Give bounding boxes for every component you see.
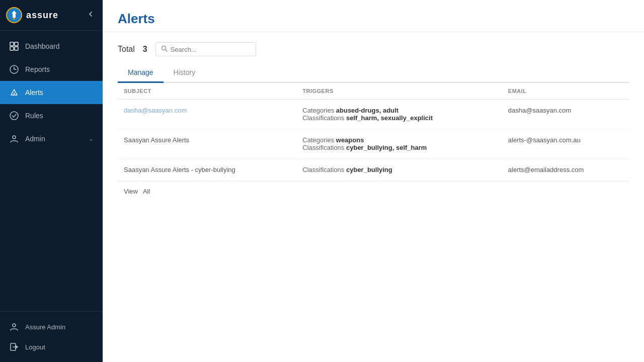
total-label: Total — [118, 45, 135, 54]
sidebar-item-user[interactable]: Assure Admin — [0, 317, 103, 337]
sidebar: assure Dashboard — [0, 0, 103, 362]
logout-icon — [9, 342, 19, 352]
collapse-button[interactable] — [85, 8, 97, 22]
total-row: Total 3 — [118, 42, 629, 56]
reports-icon — [9, 64, 19, 74]
col-triggers: TRIGGERS — [296, 83, 502, 100]
sidebar-label-dashboard: Dashboard — [25, 42, 60, 50]
svg-point-7 — [14, 94, 14, 95]
tabs: Manage History — [118, 63, 629, 83]
sidebar-label-alerts: Alerts — [25, 88, 43, 97]
svg-point-1 — [13, 18, 15, 20]
sidebar-item-reports[interactable]: Reports — [0, 58, 103, 81]
svg-rect-3 — [15, 42, 18, 46]
sidebar-item-dashboard[interactable]: Dashboard — [0, 35, 103, 58]
main-content: Alerts Total 3 Manage History — [103, 0, 644, 362]
view-all-link[interactable]: All — [143, 188, 150, 195]
sidebar-logout-label: Logout — [25, 343, 45, 351]
svg-rect-5 — [15, 47, 18, 50]
svg-rect-2 — [10, 42, 14, 46]
sidebar-item-admin[interactable]: Admin ⌄ — [0, 127, 103, 150]
svg-point-10 — [13, 324, 16, 327]
sidebar-header: assure — [0, 0, 103, 31]
cell-triggers-3: Classifications cyber_bullying — [296, 159, 502, 181]
cell-email-3: alerts@emailaddress.com — [502, 159, 629, 181]
svg-point-8 — [10, 112, 18, 120]
svg-point-9 — [13, 136, 16, 139]
alerts-icon — [9, 87, 19, 98]
cell-subject-3: Saasyan Assure Alerts - cyber-bullying — [118, 159, 296, 181]
col-subject: SUBJECT — [118, 83, 296, 100]
tab-history[interactable]: History — [164, 63, 206, 83]
sidebar-label-admin: Admin — [25, 135, 45, 143]
content-area: Total 3 Manage History SUBJECT — [103, 32, 644, 362]
table-row: Saasyan Assure Alerts - cyber-bullying C… — [118, 159, 629, 181]
sidebar-item-alerts[interactable]: Alerts — [0, 81, 103, 104]
cell-email-2: alerts-@saasyan.com.au — [502, 129, 629, 159]
logo-area: assure — [6, 7, 58, 23]
sidebar-label-rules: Rules — [25, 112, 43, 120]
cell-subject-2: Saasyan Assure Alerts — [118, 129, 296, 159]
admin-icon — [9, 134, 19, 144]
page-title: Alerts — [118, 11, 629, 27]
dashboard-icon — [9, 41, 19, 51]
sidebar-item-logout[interactable]: Logout — [0, 337, 103, 357]
cell-email-1: dasha@saasyan.com — [502, 100, 629, 129]
nav-items: Dashboard Reports Alerts — [0, 31, 103, 311]
table-row: Saasyan Assure Alerts Categories weapons… — [118, 129, 629, 159]
tab-manage[interactable]: Manage — [118, 63, 164, 83]
search-box[interactable] — [155, 42, 256, 56]
sidebar-label-reports: Reports — [25, 65, 50, 73]
cell-subject-1[interactable]: dasha@saasyan.com — [118, 100, 296, 129]
view-label: View — [124, 188, 138, 195]
sidebar-item-rules[interactable]: Rules — [0, 104, 103, 127]
page-header: Alerts — [103, 0, 644, 32]
table-row: dasha@saasyan.com Categories abused-drug… — [118, 100, 629, 129]
total-count: 3 — [143, 45, 147, 54]
chevron-down-icon: ⌄ — [89, 135, 94, 142]
user-icon — [9, 322, 19, 332]
search-input[interactable] — [171, 46, 251, 53]
alerts-table: SUBJECT TRIGGERS EMAIL dasha@saasyan.com… — [118, 83, 629, 181]
sidebar-footer: Assure Admin Logout — [0, 311, 103, 362]
cell-triggers-1: Categories abused-drugs, adult Classific… — [296, 100, 502, 129]
view-row: View All — [118, 181, 629, 201]
col-email: EMAIL — [502, 83, 629, 100]
logo-text: assure — [26, 10, 58, 21]
svg-rect-4 — [10, 47, 14, 50]
logo-icon — [6, 7, 22, 23]
cell-triggers-2: Categories weapons Classifications cyber… — [296, 129, 502, 159]
search-icon — [161, 45, 168, 53]
sidebar-user-label: Assure Admin — [25, 323, 65, 331]
rules-icon — [9, 111, 19, 121]
